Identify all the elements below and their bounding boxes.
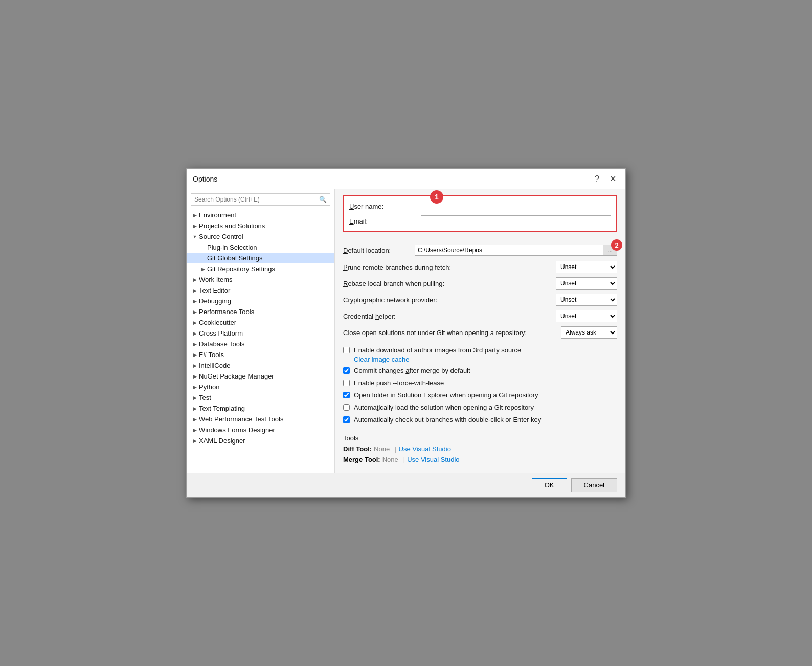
tree-arrow-text-editor: [191, 288, 199, 293]
credential-label: Credential helper:: [343, 313, 556, 320]
crypto-label: Cryptographic network provider:: [343, 296, 556, 304]
sidebar-item-cookiecutter[interactable]: Cookiecutter: [187, 317, 334, 328]
tree-arrow-python: [191, 385, 199, 390]
sidebar-item-text-templating[interactable]: Text Templating: [187, 403, 334, 414]
auto-load-checkbox[interactable]: [343, 404, 350, 411]
default-location-input[interactable]: [415, 245, 603, 256]
right-panel: 1 User name: Email:: [335, 189, 625, 472]
sidebar-item-debugging[interactable]: Debugging: [187, 296, 334, 306]
auto-checkout-checkbox[interactable]: [343, 416, 350, 423]
prune-label: Prune remote branches during fetch:: [343, 263, 556, 271]
sidebar-item-label-plugin-selection: Plug-in Selection: [207, 243, 331, 251]
ok-button[interactable]: OK: [532, 478, 567, 492]
email-row: Email:: [349, 215, 611, 227]
tree-arrow-debugging: [191, 299, 199, 304]
open-folder-row: Open folder in Solution Explorer when op…: [343, 391, 617, 400]
sidebar-item-web-performance-test-tools[interactable]: Web Performance Test Tools: [187, 414, 334, 425]
credential-select[interactable]: Unset True False: [556, 310, 617, 322]
sidebar-item-label-text-editor: Text Editor: [199, 286, 331, 294]
close-solutions-select[interactable]: Always ask Yes No: [561, 326, 617, 339]
sidebar-item-git-repository-settings[interactable]: Git Repository Settings: [187, 263, 334, 274]
tree: EnvironmentProjects and SolutionsSource …: [187, 210, 334, 468]
sidebar-item-source-control[interactable]: Source Control: [187, 231, 334, 242]
sidebar-item-label-nuget-package-manager: NuGet Package Manager: [199, 372, 331, 380]
enable-push-row: Enable push --force-with-lease: [343, 379, 617, 388]
auto-load-label: Automatically load the solution when ope…: [354, 403, 534, 412]
close-solutions-label: Close open solutions not under Git when …: [343, 329, 561, 337]
tree-arrow-intellicode: [191, 363, 199, 368]
tree-arrow-projects-solutions: [191, 224, 199, 229]
sidebar-item-xaml-designer[interactable]: XAML Designer: [187, 435, 334, 446]
username-label: User name:: [349, 203, 421, 210]
sidebar-item-label-cross-platform: Cross Platform: [199, 329, 331, 337]
sidebar-item-label-work-items: Work Items: [199, 276, 331, 283]
rebase-row: Rebase local branch when pulling: Unset …: [343, 277, 617, 290]
username-input[interactable]: [421, 201, 611, 212]
tree-arrow-git-repository-settings: [199, 267, 207, 272]
crypto-select[interactable]: Unset True False: [556, 294, 617, 306]
open-folder-checkbox[interactable]: [343, 392, 350, 398]
sidebar-item-projects-solutions[interactable]: Projects and Solutions: [187, 220, 334, 231]
tools-section-title: Tools: [343, 434, 617, 442]
help-button[interactable]: ?: [592, 173, 602, 185]
sidebar-item-fsharp-tools[interactable]: F# Tools: [187, 349, 334, 360]
sidebar-item-label-environment: Environment: [199, 211, 331, 219]
sidebar-item-performance-tools[interactable]: Performance Tools: [187, 306, 334, 317]
tree-arrow-performance-tools: [191, 309, 199, 315]
sidebar-item-nuget-package-manager[interactable]: NuGet Package Manager: [187, 371, 334, 382]
sidebar-item-plugin-selection[interactable]: Plug-in Selection: [187, 242, 334, 253]
search-input[interactable]: [191, 194, 316, 205]
email-input[interactable]: [421, 215, 611, 227]
sidebar-item-label-projects-solutions: Projects and Solutions: [199, 222, 331, 230]
sidebar-item-label-performance-tools: Performance Tools: [199, 308, 331, 316]
auto-load-row: Automatically load the solution when ope…: [343, 403, 617, 412]
email-label: Email:: [349, 217, 421, 225]
rebase-select[interactable]: Unset True False: [556, 277, 617, 290]
sidebar-item-label-windows-forms-designer: Windows Forms Designer: [199, 426, 331, 434]
sidebar-item-python[interactable]: Python: [187, 382, 334, 392]
sidebar-item-label-git-global-settings: Git Global Settings: [207, 254, 331, 262]
auto-checkout-row: Automatically check out branches with do…: [343, 415, 617, 425]
sidebar-item-database-tools[interactable]: Database Tools: [187, 339, 334, 349]
tree-arrow-nuget-package-manager: [191, 374, 199, 379]
diff-tool-link[interactable]: Use Visual Studio: [399, 445, 451, 453]
tree-arrow-test: [191, 395, 199, 401]
sidebar-item-cross-platform[interactable]: Cross Platform: [187, 328, 334, 339]
sidebar-item-label-intellicode: IntelliCode: [199, 362, 331, 369]
sidebar-item-environment[interactable]: Environment: [187, 210, 334, 220]
merge-tool-row: Merge Tool: None | Use Visual Studio: [343, 456, 617, 463]
sidebar-item-label-database-tools: Database Tools: [199, 340, 331, 348]
enable-download-label: Enable download of author images from 3r…: [354, 346, 521, 354]
commit-changes-label: Commit changes after merge by default: [354, 366, 470, 375]
sidebar-item-label-cookiecutter: Cookiecutter: [199, 319, 331, 326]
credential-row: Credential helper: Unset True False: [343, 310, 617, 322]
sidebar-item-text-editor[interactable]: Text Editor: [187, 285, 334, 296]
prune-row: Prune remote branches during fetch: Unse…: [343, 261, 617, 273]
cancel-button[interactable]: Cancel: [571, 478, 617, 492]
title-bar: Options ? ✕: [187, 169, 625, 189]
badge-2: 2: [611, 239, 622, 251]
sidebar-item-windows-forms-designer[interactable]: Windows Forms Designer: [187, 425, 334, 435]
sidebar-item-label-test: Test: [199, 394, 331, 402]
commit-changes-checkbox[interactable]: [343, 367, 350, 374]
title-bar-buttons: ? ✕: [592, 173, 619, 185]
sidebar-item-work-items[interactable]: Work Items: [187, 274, 334, 285]
search-box[interactable]: 🔍: [191, 193, 330, 206]
diff-tool-value: None: [374, 445, 390, 453]
prune-select[interactable]: Unset True False: [556, 261, 617, 273]
crypto-row: Cryptographic network provider: Unset Tr…: [343, 294, 617, 306]
merge-tool-value: None: [382, 456, 398, 463]
sidebar-item-intellicode[interactable]: IntelliCode: [187, 360, 334, 371]
sidebar-item-git-global-settings[interactable]: Git Global Settings: [187, 253, 334, 263]
enable-download-checkbox[interactable]: [343, 347, 350, 353]
merge-tool-link[interactable]: Use Visual Studio: [407, 456, 459, 463]
enable-push-checkbox[interactable]: [343, 380, 350, 386]
sidebar-item-label-text-templating: Text Templating: [199, 405, 331, 412]
tree-arrow-text-templating: [191, 406, 199, 411]
close-button[interactable]: ✕: [606, 173, 619, 185]
clear-image-cache-link[interactable]: Clear image cache: [354, 356, 409, 363]
sidebar-item-test[interactable]: Test: [187, 392, 334, 403]
diff-tool-label: Diff Tool:: [343, 445, 372, 453]
tree-arrow-database-tools: [191, 342, 199, 347]
tree-arrow-cookiecutter: [191, 320, 199, 325]
